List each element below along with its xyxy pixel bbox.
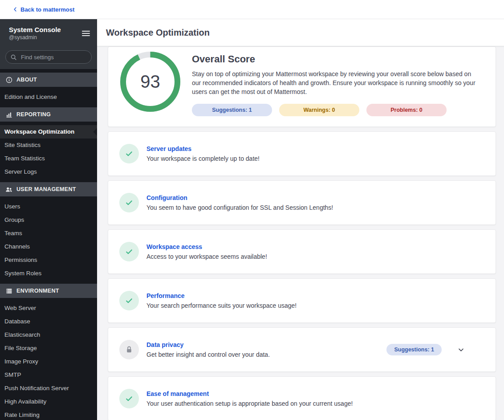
card-server-updates: Server updates Your workspace is complet… bbox=[108, 131, 496, 176]
sidebar-item-elasticsearch[interactable]: Elasticsearch bbox=[0, 328, 97, 342]
nav-item-label: Workspace Optimization bbox=[4, 128, 74, 135]
users-icon bbox=[5, 186, 12, 193]
menu-icon[interactable] bbox=[82, 29, 90, 38]
card-title-link[interactable]: Workspace access bbox=[146, 242, 267, 251]
back-link[interactable]: Back to mattermost bbox=[12, 6, 74, 13]
sidebar-item-image-proxy[interactable]: Image Proxy bbox=[0, 355, 97, 368]
card-text: Workspace access Access to your workspac… bbox=[146, 242, 267, 261]
card-ease-of-management: Ease of management Your user authenticat… bbox=[108, 376, 496, 420]
sidebar-item-channels[interactable]: Channels bbox=[0, 240, 97, 253]
back-link-label: Back to mattermost bbox=[20, 6, 74, 13]
check-icon bbox=[119, 242, 139, 261]
overall-score-description: Stay on top of optimizing your Mattermos… bbox=[192, 69, 481, 96]
sidebar-top: System Console @sysadmin bbox=[0, 19, 97, 69]
search-icon bbox=[10, 54, 17, 61]
score-ring: 93 bbox=[120, 52, 180, 112]
problems-badge: Problems: 0 bbox=[366, 104, 447, 116]
sidebar-item-users[interactable]: Users bbox=[0, 200, 97, 213]
sidebar-item-team-statistics[interactable]: Team Statistics bbox=[0, 152, 97, 165]
card-description: Your workspace is completely up to date! bbox=[146, 154, 260, 163]
server-stack-icon bbox=[5, 287, 12, 294]
check-icon bbox=[119, 144, 139, 163]
sidebar-item-smtp[interactable]: SMTP bbox=[0, 368, 97, 382]
sidebar-item-web-server[interactable]: Web Server bbox=[0, 302, 97, 315]
overall-score-value: 93 bbox=[120, 52, 180, 112]
suggestions-badge: Suggestions: 1 bbox=[192, 104, 272, 116]
card-description: Your search performance suits your works… bbox=[146, 301, 297, 310]
card-text: Performance Your search performance suit… bbox=[146, 291, 297, 310]
sidebar: System Console @sysadmin ABOUT Edition a… bbox=[0, 19, 97, 420]
console-title: System Console bbox=[9, 25, 82, 34]
nav-section-label: ABOUT bbox=[16, 77, 37, 83]
search-box[interactable] bbox=[5, 50, 92, 64]
nav-section-user-management: USER MANAGEMENT bbox=[0, 182, 97, 196]
card-workspace-access: Workspace access Access to your workspac… bbox=[108, 229, 496, 274]
card-description: Get better insight and control over your… bbox=[146, 350, 270, 359]
nav-section-environment: ENVIRONMENT bbox=[0, 284, 97, 298]
sidebar-item-workspace-optimization[interactable]: Workspace Optimization bbox=[0, 125, 97, 139]
card-text: Server updates Your workspace is complet… bbox=[146, 144, 260, 163]
card-title-link[interactable]: Ease of management bbox=[146, 389, 353, 398]
sidebar-titles: System Console @sysadmin bbox=[9, 25, 82, 41]
nav-section-reporting: REPORTING bbox=[0, 107, 97, 122]
search-area bbox=[0, 48, 97, 69]
overall-score-title: Overall Score bbox=[192, 53, 481, 65]
nav-section-about: ABOUT bbox=[0, 73, 97, 87]
main-content: 93 Overall Score Stay on top of optimizi… bbox=[97, 46, 504, 420]
nav-section-label: ENVIRONMENT bbox=[16, 288, 59, 294]
sidebar-item-edition-and-license[interactable]: Edition and License bbox=[0, 90, 97, 104]
overall-score-card: 93 Overall Score Stay on top of optimizi… bbox=[108, 46, 496, 127]
card-description: You seem to have good configuration for … bbox=[146, 203, 333, 212]
card-title-link[interactable]: Configuration bbox=[146, 193, 333, 202]
check-icon bbox=[119, 389, 139, 408]
chevron-down-icon[interactable] bbox=[456, 345, 466, 355]
card-performance: Performance Your search performance suit… bbox=[108, 278, 496, 323]
search-input[interactable] bbox=[20, 53, 87, 61]
check-icon bbox=[119, 291, 139, 310]
sidebar-item-groups[interactable]: Groups bbox=[0, 213, 97, 227]
info-icon bbox=[5, 76, 12, 83]
card-text: Configuration You seem to have good conf… bbox=[146, 193, 333, 212]
selected-item-caret bbox=[93, 128, 97, 136]
card-description: Access to your workspace seems available… bbox=[146, 252, 267, 261]
suggestions-badge: Suggestions: 1 bbox=[386, 344, 442, 355]
console-username: @sysadmin bbox=[9, 34, 82, 41]
warnings-badge: Warnings: 0 bbox=[279, 104, 359, 116]
sidebar-item-system-roles[interactable]: System Roles bbox=[0, 267, 97, 280]
card-configuration: Configuration You seem to have good conf… bbox=[108, 180, 496, 225]
topbar: Back to mattermost bbox=[0, 0, 504, 19]
card-title-link[interactable]: Data privacy bbox=[146, 340, 270, 349]
sidebar-item-database[interactable]: Database bbox=[0, 315, 97, 328]
sidebar-item-permissions[interactable]: Permissions bbox=[0, 253, 97, 267]
sidebar-item-server-logs[interactable]: Server Logs bbox=[0, 165, 97, 179]
page-header: Workspace Optimization bbox=[97, 19, 504, 46]
page-title: Workspace Optimization bbox=[106, 28, 210, 38]
card-data-privacy[interactable]: Data privacy Get better insight and cont… bbox=[108, 327, 496, 372]
chevron-left-icon bbox=[12, 7, 18, 12]
sidebar-item-high-availability[interactable]: High Availability bbox=[0, 395, 97, 408]
card-text: Data privacy Get better insight and cont… bbox=[146, 340, 270, 359]
card-title-link[interactable]: Performance bbox=[146, 291, 297, 300]
sidebar-item-site-statistics[interactable]: Site Statistics bbox=[0, 139, 97, 152]
card-title-link[interactable]: Server updates bbox=[146, 144, 260, 153]
sidebar-item-push-notification-server[interactable]: Push Notification Server bbox=[0, 382, 97, 395]
nav-section-label: USER MANAGEMENT bbox=[16, 186, 76, 192]
score-content: Overall Score Stay on top of optimizing … bbox=[192, 52, 481, 116]
check-icon bbox=[119, 193, 139, 212]
sidebar-item-rate-limiting[interactable]: Rate Limiting bbox=[0, 408, 97, 420]
lock-icon bbox=[119, 340, 139, 359]
sidebar-item-file-storage[interactable]: File Storage bbox=[0, 342, 97, 355]
bar-chart-icon bbox=[5, 111, 12, 118]
sidebar-nav: ABOUT Edition and License REPORTING Work… bbox=[0, 73, 97, 420]
score-chips: Suggestions: 1 Warnings: 0 Problems: 0 bbox=[192, 104, 481, 116]
nav-section-label: REPORTING bbox=[16, 111, 51, 118]
sidebar-item-teams[interactable]: Teams bbox=[0, 227, 97, 240]
card-description: Your user authentication setup is approp… bbox=[146, 399, 353, 408]
sidebar-header: System Console @sysadmin bbox=[0, 19, 97, 48]
card-text: Ease of management Your user authenticat… bbox=[146, 389, 353, 408]
